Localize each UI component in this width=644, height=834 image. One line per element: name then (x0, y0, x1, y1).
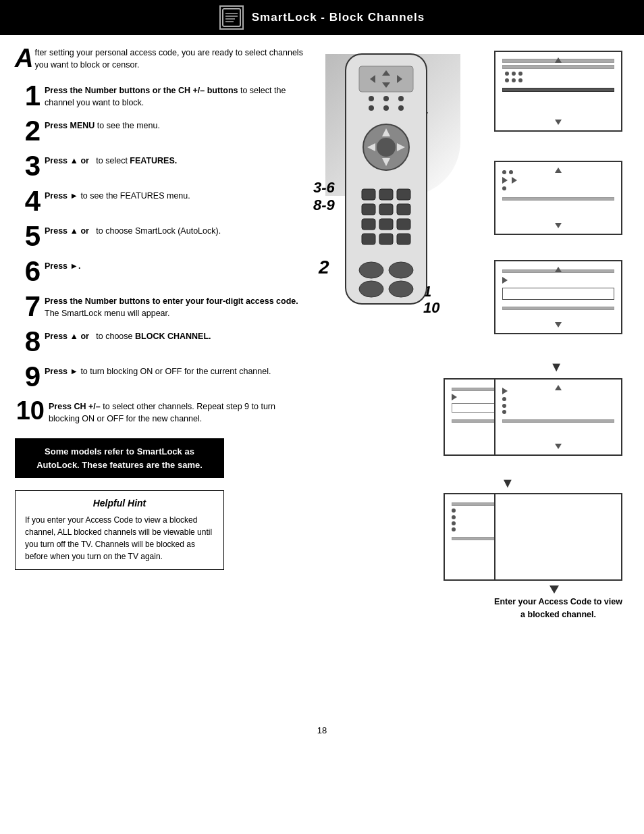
step-text-8: Press ▲ or to choose BLOCK CHANNEL. (45, 328, 211, 342)
step-text-5: Press ▲ or to choose SmartLock (AutoLock… (45, 222, 221, 237)
svg-rect-30 (379, 219, 393, 230)
step-text-2: Press MENU to see the menu. (45, 117, 160, 132)
svg-point-14 (369, 105, 374, 111)
step-num-1: 1 (15, 82, 41, 110)
caution-box: Some models refer to SmartLock as AutoLo… (15, 438, 224, 478)
step-3: 3 Press ▲ or to select FEATURES. (15, 152, 305, 180)
svg-rect-33 (379, 234, 393, 244)
step-2: 2 Press MENU to see the menu. (15, 117, 305, 145)
header-icon (219, 5, 244, 30)
step-text-3: Press ▲ or to select FEATURES. (45, 152, 177, 167)
page-body: A fter setting your personal access code… (0, 35, 644, 716)
step-4: 4 Press ► to see the FEATURES menu. (15, 187, 305, 215)
tv-screen-3 (494, 260, 622, 334)
hint-box: Helpful Hint If you enter your Access Co… (15, 490, 224, 570)
svg-rect-31 (397, 219, 410, 230)
step-7: 7 Press the Number buttons to enter your… (15, 292, 305, 321)
step-text-10: Press CH +/– to select other channels. R… (49, 398, 305, 425)
step-text-1: Press the Number buttons or the CH +/– b… (45, 82, 305, 109)
hint-title: Helpful Hint (25, 498, 214, 509)
step-num-8: 8 (15, 328, 41, 356)
svg-point-36 (389, 262, 413, 278)
svg-rect-29 (362, 219, 375, 230)
svg-point-35 (359, 262, 383, 278)
remote-control (319, 47, 454, 340)
drop-cap: A (15, 47, 33, 69)
connector-arrow-2: ▼ (501, 475, 514, 491)
step-8: 8 Press ▲ or to choose BLOCK CHANNEL. (15, 328, 305, 356)
svg-rect-6 (359, 66, 413, 92)
steps-list: 1 Press the Number buttons or the CH +/–… (15, 82, 305, 425)
svg-rect-27 (379, 204, 393, 215)
right-column: 1 7 2 3-68-9 110 (312, 47, 629, 709)
step-num-7: 7 (15, 292, 41, 321)
svg-rect-24 (379, 189, 393, 200)
step-num-5: 5 (15, 222, 41, 251)
enter-code-note: Enter your Access Code to view a blocked… (494, 596, 622, 621)
svg-point-11 (369, 96, 374, 101)
step-text-7: Press the Number buttons to enter your f… (45, 292, 305, 319)
left-column: A fter setting your personal access code… (15, 47, 305, 709)
svg-point-16 (398, 105, 404, 111)
step-num-6: 6 (15, 257, 41, 286)
svg-rect-32 (362, 234, 375, 244)
step-text-4: Press ► to see the FEATURES menu. (45, 187, 190, 202)
page-number: 18 (0, 725, 644, 742)
svg-point-15 (383, 105, 389, 111)
page-header: SmartLock - Block Channels (0, 0, 644, 35)
svg-rect-26 (362, 204, 375, 215)
diagram-area: 1 7 2 3-68-9 110 (312, 47, 622, 709)
step-num-9: 9 (15, 363, 41, 391)
step-num-10: 10 (15, 398, 45, 423)
step-6: 6 Press ►. (15, 257, 305, 286)
tv-screen-5 (494, 378, 622, 456)
caution-text: Some models refer to SmartLock as AutoLo… (36, 446, 203, 470)
svg-point-38 (389, 281, 413, 297)
step-text-6: Press ►. (45, 257, 80, 272)
step-9: 9 Press ► to turn blocking ON or OFF for… (15, 363, 305, 391)
svg-rect-28 (397, 204, 410, 215)
svg-rect-23 (362, 189, 375, 200)
svg-point-37 (359, 281, 383, 297)
step-num-2: 2 (15, 117, 41, 145)
intro-body: fter setting your personal access code, … (34, 48, 302, 70)
svg-point-18 (377, 138, 396, 157)
svg-rect-0 (223, 9, 240, 26)
tv-screen-2 (494, 161, 622, 235)
header-title: SmartLock - Block Channels (252, 11, 425, 24)
step-num-3: 3 (15, 152, 41, 180)
intro-text: A fter setting your personal access code… (15, 47, 305, 71)
tv-screen-7 (494, 493, 622, 581)
hint-text: If you enter your Access Code to view a … (25, 514, 214, 563)
enter-code-arrow (549, 585, 559, 594)
svg-point-13 (398, 96, 404, 101)
svg-point-12 (383, 96, 389, 101)
connector-arrow-1: ▼ (549, 359, 563, 375)
step-5: 5 Press ▲ or to choose SmartLock (AutoLo… (15, 222, 305, 251)
step-num-4: 4 (15, 187, 41, 215)
svg-rect-34 (397, 234, 410, 244)
step-1: 1 Press the Number buttons or the CH +/–… (15, 82, 305, 110)
svg-rect-25 (397, 189, 410, 200)
step-10: 10 Press CH +/– to select other channels… (15, 398, 305, 425)
step-text-9: Press ► to turn blocking ON or OFF for t… (45, 363, 271, 377)
tv-screen-1 (494, 51, 622, 132)
